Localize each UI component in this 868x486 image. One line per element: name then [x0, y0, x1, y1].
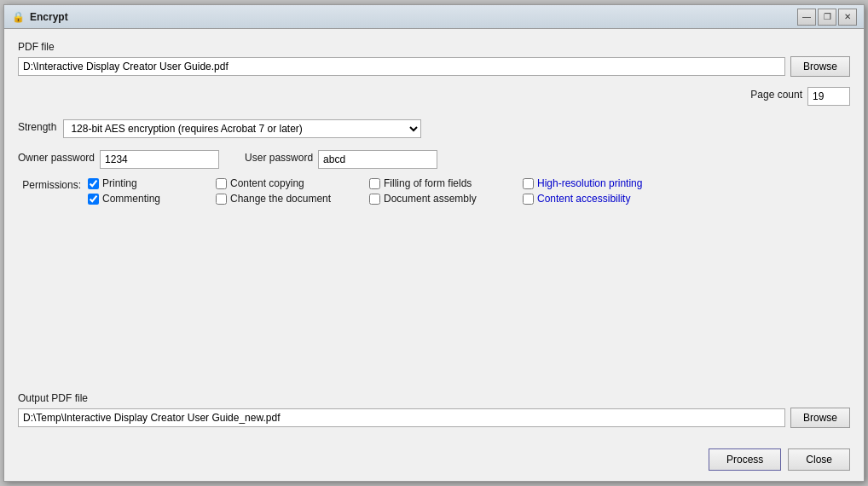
perm-checkbox-change_document[interactable]: [216, 194, 227, 205]
perm-label-content_accessibility: Content accessibility: [537, 193, 630, 205]
process-button[interactable]: Process: [709, 448, 781, 471]
perm-checkbox-printing[interactable]: [88, 178, 99, 189]
perm-label-filling_form_fields: Filling of form fields: [384, 177, 472, 189]
page-count-label: Page count: [750, 89, 802, 101]
perm-item-high_res_printing: High-resolution printing: [523, 177, 676, 189]
strength-row: Strength 128-bit AES encryption (require…: [18, 119, 850, 138]
page-count-row: Page count: [18, 87, 850, 106]
encrypt-window: 🔒 Encrypt — ❐ ✕ PDF file Browse Page cou…: [3, 4, 865, 482]
output-browse-button[interactable]: Browse: [790, 408, 850, 428]
pdf-file-label: PDF file: [18, 41, 850, 53]
perm-item-commenting: Commenting: [88, 193, 216, 205]
page-count-input[interactable]: [807, 87, 850, 106]
perm-label-change_document: Change the document: [230, 193, 331, 205]
user-password-group: User password: [245, 150, 437, 169]
minimize-button[interactable]: —: [797, 9, 816, 26]
perm-item-change_document: Change the document: [216, 193, 369, 205]
user-password-input[interactable]: [318, 150, 437, 169]
close-button[interactable]: Close: [788, 448, 850, 471]
perm-label-content_copying: Content copying: [230, 177, 304, 189]
permissions-grid: PrintingContent copyingFilling of form f…: [88, 177, 676, 205]
pdf-file-row: Browse: [18, 56, 850, 77]
perm-label-printing: Printing: [102, 177, 137, 189]
perm-item-filling_form_fields: Filling of form fields: [369, 177, 523, 189]
perm-item-printing: Printing: [88, 177, 216, 189]
perm-label-document_assembly: Document assembly: [384, 193, 477, 205]
permissions-section: Permissions: PrintingContent copyingFill…: [18, 177, 850, 205]
strength-label: Strength: [18, 121, 56, 133]
strength-select[interactable]: 128-bit AES encryption (requires Acrobat…: [63, 119, 421, 138]
perm-item-document_assembly: Document assembly: [369, 193, 523, 205]
title-bar: 🔒 Encrypt — ❐ ✕: [4, 5, 864, 29]
perm-checkbox-content_accessibility[interactable]: [523, 194, 534, 205]
perm-checkbox-high_res_printing[interactable]: [523, 178, 534, 189]
window-title: Encrypt: [30, 11, 797, 23]
perm-checkbox-filling_form_fields[interactable]: [369, 178, 380, 189]
restore-button[interactable]: ❐: [818, 9, 836, 26]
permissions-label: Permissions:: [18, 177, 81, 191]
perm-checkbox-content_copying[interactable]: [216, 178, 227, 189]
title-bar-controls: — ❐ ✕: [797, 9, 857, 26]
user-password-label: User password: [245, 152, 313, 164]
owner-password-label: Owner password: [18, 152, 95, 164]
bottom-buttons: Process Close: [4, 440, 864, 481]
perm-checkbox-document_assembly[interactable]: [369, 194, 380, 205]
pdf-file-input[interactable]: [18, 57, 785, 76]
perm-label-high_res_printing: High-resolution printing: [537, 177, 642, 189]
pdf-file-section: PDF file Browse: [18, 41, 850, 77]
pdf-browse-button[interactable]: Browse: [790, 56, 850, 77]
perm-item-content_accessibility: Content accessibility: [523, 193, 676, 205]
window-close-button[interactable]: ✕: [838, 9, 857, 26]
perm-item-content_copying: Content copying: [216, 177, 369, 189]
perm-checkbox-commenting[interactable]: [88, 194, 99, 205]
output-file-input[interactable]: [18, 408, 785, 427]
output-pdf-section: Output PDF file Browse: [18, 392, 850, 428]
owner-password-input[interactable]: [100, 150, 219, 169]
owner-password-group: Owner password: [18, 150, 219, 169]
output-file-row: Browse: [18, 408, 850, 428]
passwords-row: Owner password User password: [18, 150, 850, 169]
perm-label-commenting: Commenting: [102, 193, 160, 205]
window-icon: 🔒: [11, 10, 25, 24]
output-pdf-label: Output PDF file: [18, 392, 850, 404]
main-content: PDF file Browse Page count Strength 128-…: [4, 29, 864, 440]
